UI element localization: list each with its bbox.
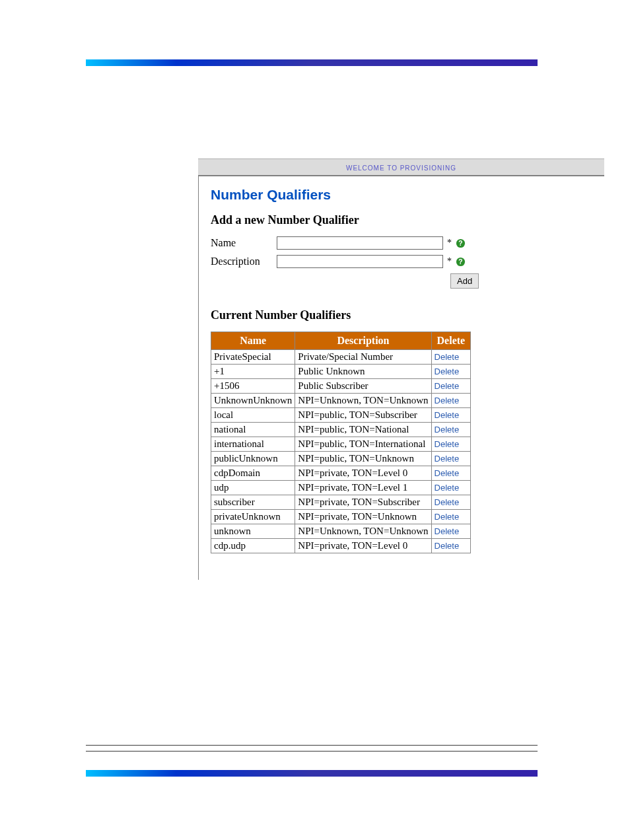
cell-description: NPI=public, TON=Subscriber (295, 408, 431, 423)
delete-link[interactable]: Delete (435, 439, 460, 449)
delete-link[interactable]: Delete (435, 483, 460, 493)
table-row: publicUnknownNPI=public, TON=UnknownDele… (211, 452, 471, 466)
cell-name: PrivateSpecial (211, 350, 295, 365)
cell-description: Private/Special Number (295, 350, 431, 365)
cell-delete: Delete (431, 379, 471, 394)
table-row: internationalNPI=public, TON=Internation… (211, 437, 471, 452)
cell-description: NPI=public, TON=National (295, 423, 431, 437)
cell-name: +1506 (211, 379, 295, 394)
delete-link[interactable]: Delete (435, 410, 460, 420)
page-title: Number Qualifiers (211, 187, 592, 203)
cell-delete: Delete (431, 495, 471, 510)
header-delete: Delete (431, 332, 471, 350)
delete-link[interactable]: Delete (435, 497, 460, 507)
help-circle-icon[interactable]: ? (456, 238, 466, 248)
name-label: Name (211, 237, 277, 249)
cell-delete: Delete (431, 350, 471, 365)
description-input[interactable] (277, 255, 443, 268)
cell-delete: Delete (431, 452, 471, 466)
table-row: cdpDomainNPI=private, TON=Level 0Delete (211, 466, 471, 481)
cell-description: NPI=private, TON=Subscriber (295, 495, 431, 510)
footer-lines (86, 745, 538, 752)
delete-link[interactable]: Delete (435, 381, 460, 391)
cell-description: Public Subscriber (295, 379, 431, 394)
bottom-gradient-bar (86, 770, 538, 777)
cell-name: cdpDomain (211, 466, 295, 481)
svg-text:?: ? (458, 240, 462, 247)
name-required-star: * (447, 238, 452, 248)
cell-description: NPI=private, TON=Level 0 (295, 539, 431, 553)
button-row: Add (450, 273, 592, 289)
footer-divider (86, 745, 538, 746)
cell-delete: Delete (431, 481, 471, 495)
cell-description: Public Unknown (295, 365, 431, 379)
header-name: Name (211, 332, 295, 350)
table-row: nationalNPI=public, TON=NationalDelete (211, 423, 471, 437)
delete-link[interactable]: Delete (435, 512, 460, 522)
table-row: udpNPI=private, TON=Level 1Delete (211, 481, 471, 495)
banner-text: WELCOME TO PROVISIONING (346, 164, 456, 172)
cell-delete: Delete (431, 510, 471, 524)
cell-delete: Delete (431, 466, 471, 481)
cell-name: publicUnknown (211, 452, 295, 466)
cell-delete: Delete (431, 524, 471, 539)
description-row: Description * ? (211, 255, 592, 268)
add-button[interactable]: Add (450, 273, 479, 289)
delete-link[interactable]: Delete (435, 468, 460, 478)
table-row: UnknownUnknownNPI=Unknown, TON=UnknownDe… (211, 394, 471, 408)
cell-description: NPI=private, TON=Level 0 (295, 466, 431, 481)
table-row: +1Public UnknownDelete (211, 365, 471, 379)
delete-link[interactable]: Delete (435, 396, 460, 405)
delete-link[interactable]: Delete (435, 541, 460, 551)
top-gradient-bar (86, 59, 538, 66)
name-row: Name * ? (211, 236, 592, 250)
help-circle-icon[interactable]: ? (456, 257, 466, 267)
qualifiers-table: Name Description Delete PrivateSpecialPr… (211, 332, 471, 553)
cell-delete: Delete (431, 423, 471, 437)
name-input[interactable] (277, 236, 443, 250)
cell-description: NPI=Unknown, TON=Unknown (295, 394, 431, 408)
table-row: privateUnknownNPI=private, TON=UnknownDe… (211, 510, 471, 524)
cell-name: udp (211, 481, 295, 495)
panel: Number Qualifiers Add a new Number Quali… (198, 176, 604, 580)
cell-description: NPI=Unknown, TON=Unknown (295, 524, 431, 539)
cell-delete: Delete (431, 539, 471, 553)
table-row: unknownNPI=Unknown, TON=UnknownDelete (211, 524, 471, 539)
cell-name: unknown (211, 524, 295, 539)
delete-link[interactable]: Delete (435, 454, 460, 464)
table-row: +1506Public SubscriberDelete (211, 379, 471, 394)
table-row: PrivateSpecialPrivate/Special NumberDele… (211, 350, 471, 365)
header-description: Description (295, 332, 431, 350)
content-area: WELCOME TO PROVISIONING Number Qualifier… (198, 158, 604, 580)
add-section-title: Add a new Number Qualifier (211, 213, 592, 227)
cell-delete: Delete (431, 394, 471, 408)
cell-delete: Delete (431, 408, 471, 423)
cell-description: NPI=public, TON=International (295, 437, 431, 452)
cell-name: international (211, 437, 295, 452)
cell-name: cdp.udp (211, 539, 295, 553)
delete-link[interactable]: Delete (435, 352, 460, 362)
description-label: Description (211, 256, 277, 267)
svg-text:?: ? (458, 258, 462, 265)
cell-name: UnknownUnknown (211, 394, 295, 408)
cell-delete: Delete (431, 437, 471, 452)
table-row: cdp.udpNPI=private, TON=Level 0Delete (211, 539, 471, 553)
cell-name: +1 (211, 365, 295, 379)
current-section-title: Current Number Qualifiers (211, 308, 592, 322)
table-row: subscriberNPI=private, TON=SubscriberDel… (211, 495, 471, 510)
delete-link[interactable]: Delete (435, 367, 460, 376)
cell-name: subscriber (211, 495, 295, 510)
cell-name: privateUnknown (211, 510, 295, 524)
cell-description: NPI=private, TON=Level 1 (295, 481, 431, 495)
cell-description: NPI=private, TON=Unknown (295, 510, 431, 524)
cell-name: local (211, 408, 295, 423)
banner: WELCOME TO PROVISIONING (198, 158, 604, 176)
delete-link[interactable]: Delete (435, 425, 460, 435)
description-required-star: * (447, 257, 452, 266)
cell-delete: Delete (431, 365, 471, 379)
delete-link[interactable]: Delete (435, 526, 460, 536)
table-row: localNPI=public, TON=SubscriberDelete (211, 408, 471, 423)
cell-description: NPI=public, TON=Unknown (295, 452, 431, 466)
cell-name: national (211, 423, 295, 437)
add-qualifier-section: Add a new Number Qualifier Name * ? Desc… (211, 213, 592, 289)
